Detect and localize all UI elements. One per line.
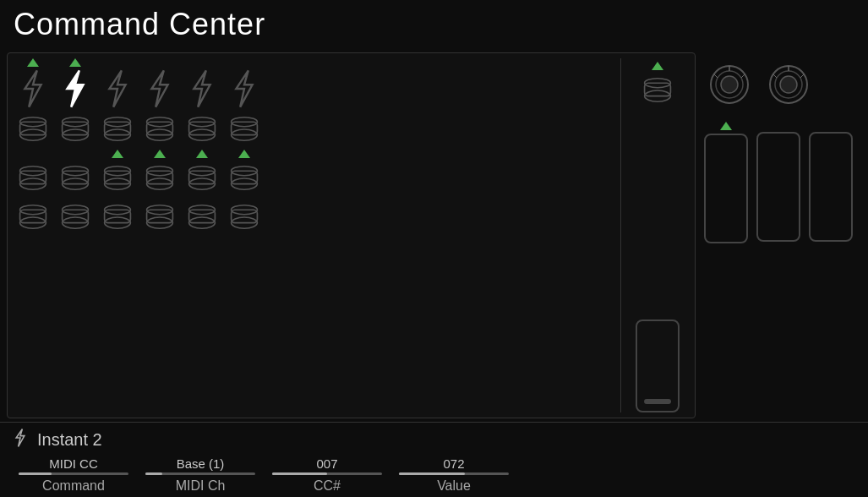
knob-r1-2[interactable] [57,111,94,148]
lightning-cell-6[interactable] [226,60,263,109]
svg-rect-49 [189,210,216,222]
knob-ind-r2-3[interactable] [99,150,136,197]
ind-placeholder-r2-1 [27,151,39,160]
bottom-bar: Instant 2 MIDI CC Command Base (1) MIDI … [0,422,868,497]
knob-ind-r2-6[interactable] [226,150,263,197]
knob-ind-r2-2[interactable] [57,151,94,197]
knob-row-3 [14,199,620,236]
side-fader-col-1[interactable] [704,122,748,243]
knob-r1-3[interactable] [99,111,136,148]
controls-row: MIDI CC Command Base (1) MIDI Ch 007 CC# [10,456,858,494]
svg-rect-34 [232,171,258,183]
control-slider-midich[interactable] [145,472,255,475]
svg-rect-37 [20,210,46,222]
side-fader-col-2[interactable] [756,122,800,242]
svg-point-65 [780,76,797,93]
instant-label: Instant 2 [37,430,102,450]
svg-rect-22 [63,171,89,183]
knob-r3-2[interactable] [57,199,94,236]
side-faders [704,118,858,415]
svg-rect-13 [189,122,216,134]
right-indicator [652,62,663,70]
knob-r3-3[interactable] [99,199,136,236]
indicator-placeholder-4 [154,60,166,68]
lightning-icon-3 [99,68,136,109]
lightning-cell-2[interactable] [57,58,94,109]
svg-rect-7 [105,122,131,134]
right-grid [620,58,688,412]
control-slider-cc[interactable] [272,472,382,475]
svg-rect-52 [232,210,258,222]
side-knob-2[interactable] [763,59,814,110]
side-fader-col-3[interactable] [809,122,853,242]
control-slider-command[interactable] [19,472,128,475]
knob-r1-4[interactable] [141,111,178,148]
control-col-midich[interactable]: Base (1) MIDI Ch [137,456,264,494]
control-name-midich: MIDI Ch [176,478,226,494]
control-value-val: 072 [443,456,464,471]
lightning-icon-5 [183,68,221,109]
app-container: Command Center [0,0,868,497]
side-fader-ind-placeholder-2 [772,122,784,130]
title-bar: Command Center [0,0,868,49]
control-col-cc[interactable]: 007 CC# [264,456,390,494]
control-col-command[interactable]: MIDI CC Command [10,456,137,494]
indicator-placeholder-6 [238,60,250,68]
app-title: Command Center [14,7,854,42]
side-fader-1 [704,134,748,243]
indicator-r2-3 [112,150,123,158]
svg-rect-55 [644,83,670,96]
svg-point-59 [721,76,738,93]
svg-rect-25 [105,171,131,183]
lightning-cell-4[interactable] [141,60,178,109]
knob-r3-5[interactable] [183,199,221,236]
knob-r2-5 [183,160,221,197]
control-fill-val [399,472,465,475]
lightning-cell-1[interactable] [14,58,52,109]
lightning-icon-6 [226,68,263,109]
lightning-icon-2 [57,68,94,109]
svg-rect-19 [20,171,46,183]
svg-rect-4 [63,122,89,134]
side-knob-1[interactable] [704,59,755,110]
knob-r1-6[interactable] [226,111,263,148]
control-slider-val[interactable] [399,472,509,475]
knob-row-1 [14,111,620,148]
side-panel [701,52,861,418]
knob-r1-5[interactable] [183,111,221,148]
indicator-r2-5 [196,150,208,158]
main-fader-rect [636,320,680,412]
lightning-cell-5[interactable] [183,60,221,109]
right-knob-cell[interactable] [639,62,676,109]
svg-line-67 [800,74,804,78]
lightning-icon-1 [14,68,52,109]
indicator-1 [27,58,39,67]
grid-section [14,58,688,412]
control-col-value[interactable]: 072 Value [390,456,517,494]
knob-r1-1[interactable] [14,111,52,148]
control-fill-cc [272,472,327,475]
knob-row-2 [14,150,620,197]
lightning-cell-3[interactable] [99,60,136,109]
svg-rect-40 [63,210,89,222]
side-top [704,56,858,113]
knob-ind-r2-4[interactable] [141,150,178,197]
main-fader-handle [644,399,671,404]
left-grid [14,58,620,412]
knob-ind-r2-1[interactable] [14,151,52,197]
indicator-r2-6 [238,150,250,158]
control-name-val: Value [437,478,471,494]
knob-r3-6[interactable] [226,199,263,236]
side-fader-3 [809,132,853,242]
control-name-command: Command [42,478,105,494]
main-fader[interactable] [636,320,680,412]
bottom-label-row: Instant 2 [10,428,858,451]
svg-rect-46 [147,210,173,222]
knob-r3-4[interactable] [141,199,178,236]
control-value-midich: Base (1) [177,456,225,471]
svg-rect-1 [20,122,46,134]
knob-ind-r2-5[interactable] [183,150,221,197]
knob-r3-1[interactable] [14,199,52,236]
knob-r2-3 [99,160,136,197]
knob-r2-1 [14,160,52,197]
